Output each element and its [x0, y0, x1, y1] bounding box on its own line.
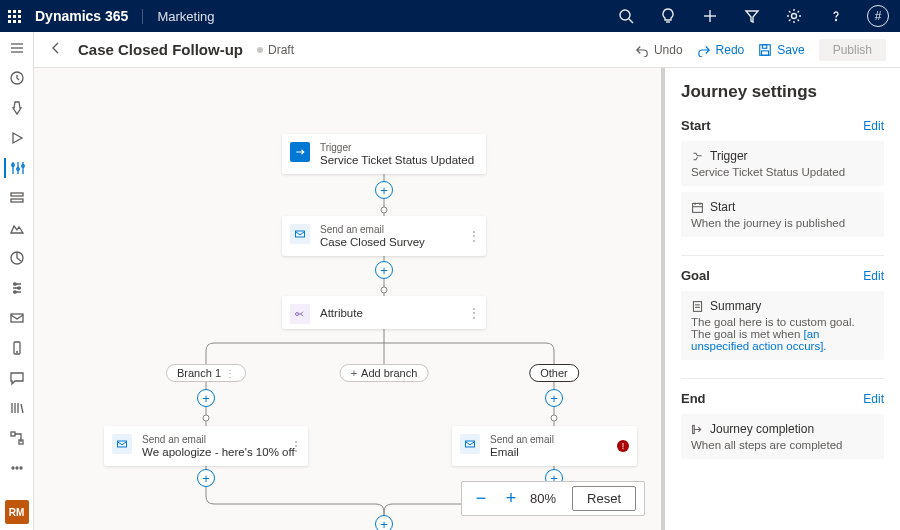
nav-email-icon[interactable]: [4, 308, 30, 328]
settings-panel: Journey settings Start Edit Trigger Serv…: [665, 68, 900, 530]
svg-rect-41: [296, 231, 305, 237]
nav-assets-icon[interactable]: [4, 188, 30, 208]
node-title: Service Ticket Status Updated: [320, 154, 476, 166]
search-icon[interactable]: [612, 2, 640, 30]
svg-rect-33: [763, 44, 767, 48]
back-button[interactable]: [48, 40, 64, 59]
user-avatar[interactable]: #: [864, 2, 892, 30]
help-icon[interactable]: [822, 2, 850, 30]
svg-rect-52: [693, 425, 695, 433]
module-name: Marketing: [142, 9, 214, 24]
node-menu-icon[interactable]: ⋮: [290, 439, 302, 453]
warning-icon[interactable]: !: [617, 440, 629, 452]
undo-button[interactable]: Undo: [635, 43, 683, 57]
redo-button[interactable]: Redo: [697, 43, 745, 57]
section-start: Start Edit Trigger Service Ticket Status…: [681, 118, 884, 237]
gear-icon[interactable]: [780, 2, 808, 30]
branch-other-label[interactable]: Other: [529, 364, 579, 382]
svg-rect-14: [11, 193, 23, 196]
nav-chat-icon[interactable]: [4, 368, 30, 388]
panel-title: Journey settings: [681, 82, 884, 102]
journey-canvas[interactable]: Trigger Service Ticket Status Updated + …: [34, 68, 665, 530]
node-kind-label: Send an email: [490, 434, 627, 445]
nav-pinned-icon[interactable]: [4, 98, 30, 118]
node-title: Attribute: [320, 307, 476, 319]
node-attribute[interactable]: Attribute ⋮: [282, 296, 486, 329]
status-badge: Draft: [257, 43, 294, 57]
add-step-button[interactable]: +: [197, 389, 215, 407]
branch-label[interactable]: Branch 1⋮: [166, 364, 246, 382]
zoom-in-button[interactable]: +: [500, 488, 522, 510]
node-kind-label: Send an email: [320, 224, 476, 235]
node-trigger[interactable]: Trigger Service Ticket Status Updated: [282, 134, 486, 174]
svg-point-42: [296, 313, 299, 316]
card-value: When the journey is published: [691, 217, 874, 229]
save-button[interactable]: Save: [758, 43, 804, 57]
nav-flow-icon[interactable]: [4, 428, 30, 448]
filter-icon[interactable]: [738, 2, 766, 30]
nav-recent-icon[interactable]: [4, 68, 30, 88]
nav-library-icon[interactable]: [4, 398, 30, 418]
add-step-button[interactable]: +: [197, 469, 215, 487]
add-step-button[interactable]: +: [545, 389, 563, 407]
lightbulb-icon[interactable]: [654, 2, 682, 30]
svg-point-29: [12, 467, 14, 469]
node-email-survey[interactable]: Send an email Case Closed Survey ⋮: [282, 216, 486, 256]
branch-menu-icon[interactable]: ⋮: [225, 368, 235, 379]
card-value: Service Ticket Status Updated: [691, 166, 874, 178]
svg-line-26: [21, 404, 23, 413]
node-email-generic[interactable]: Send an email Email !: [452, 426, 637, 466]
section-title: Goal: [681, 268, 710, 283]
section-end: End Edit Journey completion When all ste…: [681, 391, 884, 459]
edit-start-link[interactable]: Edit: [863, 119, 884, 133]
section-title: Start: [681, 118, 711, 133]
card-goal-summary: Summary The goal here is to custom goal.…: [681, 291, 884, 360]
email-icon: [290, 224, 310, 244]
nav-mobile-icon[interactable]: [4, 338, 30, 358]
node-email-apology[interactable]: Send an email We apologize - here's 10% …: [104, 426, 308, 466]
card-label: Start: [710, 200, 735, 214]
edit-end-link[interactable]: Edit: [863, 392, 884, 406]
node-title: Email: [490, 446, 627, 458]
zoom-reset-button[interactable]: Reset: [572, 486, 636, 511]
node-menu-icon[interactable]: ⋮: [468, 306, 480, 320]
card-label: Summary: [710, 299, 761, 313]
page-title: Case Closed Follow-up: [78, 41, 243, 58]
svg-rect-27: [11, 432, 15, 436]
add-step-button[interactable]: +: [375, 181, 393, 199]
card-label: Trigger: [710, 149, 748, 163]
connector-end: [381, 207, 388, 214]
section-goal: Goal Edit Summary The goal here is to cu…: [681, 268, 884, 360]
edit-goal-link[interactable]: Edit: [863, 269, 884, 283]
plus-icon[interactable]: [696, 2, 724, 30]
node-menu-icon[interactable]: ⋮: [468, 229, 480, 243]
add-step-button[interactable]: +: [375, 515, 393, 530]
nav-event-icon[interactable]: [4, 218, 30, 238]
svg-rect-45: [693, 203, 703, 212]
add-branch-button[interactable]: +Add branch: [340, 364, 429, 382]
nav-analytics-icon[interactable]: [4, 248, 30, 268]
svg-point-5: [792, 14, 797, 19]
svg-rect-15: [11, 199, 23, 202]
card-value: The goal here is to custom goal. The goa…: [691, 316, 874, 352]
svg-rect-20: [11, 314, 23, 322]
zoom-level: 80%: [530, 491, 556, 506]
card-value: When all steps are completed: [691, 439, 874, 451]
section-title: End: [681, 391, 706, 406]
card-label: Journey completion: [710, 422, 814, 436]
connector-end: [551, 415, 558, 422]
app-launcher-icon[interactable]: [8, 10, 21, 23]
svg-point-0: [620, 10, 630, 20]
zoom-toolbar: − + 80% Reset: [461, 481, 645, 516]
zoom-out-button[interactable]: −: [470, 488, 492, 510]
nav-more-icon[interactable]: [4, 458, 30, 478]
nav-play-icon[interactable]: [4, 128, 30, 148]
nav-journeys-icon[interactable]: [4, 158, 30, 178]
svg-rect-43: [118, 441, 127, 447]
nav-settings-icon[interactable]: [4, 278, 30, 298]
add-step-button[interactable]: +: [375, 261, 393, 279]
user-initials-badge[interactable]: RM: [5, 500, 29, 524]
svg-point-6: [836, 20, 837, 21]
nav-hamburger-icon[interactable]: [4, 38, 30, 58]
node-kind-label: Send an email: [142, 434, 298, 445]
